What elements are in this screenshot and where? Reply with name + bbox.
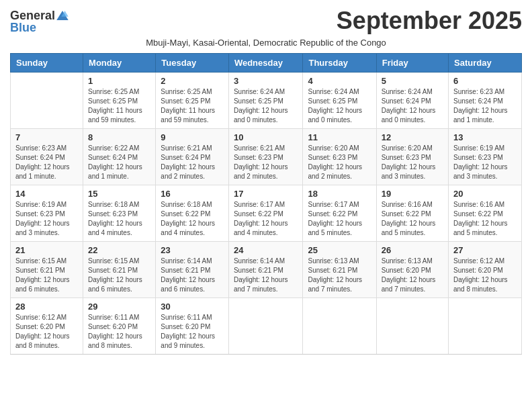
calendar-cell: 26Sunrise: 6:13 AM Sunset: 6:20 PM Dayli…	[376, 242, 448, 298]
day-info: Sunrise: 6:19 AM Sunset: 6:23 PM Dayligh…	[453, 144, 517, 181]
day-number: 1	[88, 76, 150, 86]
day-info: Sunrise: 6:16 AM Sunset: 6:22 PM Dayligh…	[453, 200, 517, 238]
col-header-thursday: Thursday	[303, 54, 376, 73]
day-number: 2	[161, 76, 224, 86]
day-info: Sunrise: 6:23 AM Sunset: 6:24 PM Dayligh…	[15, 144, 78, 181]
day-number: 19	[382, 189, 443, 199]
calendar-cell: 25Sunrise: 6:13 AM Sunset: 6:21 PM Dayli…	[303, 242, 376, 298]
calendar-cell: 6Sunrise: 6:23 AM Sunset: 6:24 PM Daylig…	[449, 73, 522, 129]
calendar-cell: 10Sunrise: 6:21 AM Sunset: 6:23 PM Dayli…	[228, 129, 303, 185]
day-number: 14	[15, 189, 78, 199]
col-header-monday: Monday	[83, 54, 156, 73]
calendar-cell: 23Sunrise: 6:14 AM Sunset: 6:21 PM Dayli…	[156, 242, 229, 298]
calendar-cell: 5Sunrise: 6:24 AM Sunset: 6:24 PM Daylig…	[376, 73, 448, 129]
day-number: 23	[161, 245, 224, 255]
day-info: Sunrise: 6:17 AM Sunset: 6:22 PM Dayligh…	[234, 200, 298, 238]
calendar-cell: 13Sunrise: 6:19 AM Sunset: 6:23 PM Dayli…	[449, 129, 522, 185]
col-header-saturday: Saturday	[449, 54, 522, 73]
calendar-cell: 9Sunrise: 6:21 AM Sunset: 6:24 PM Daylig…	[156, 129, 229, 185]
day-number: 12	[382, 132, 443, 142]
calendar-cell	[228, 298, 303, 355]
day-number: 22	[88, 245, 150, 255]
day-number: 17	[234, 189, 298, 199]
day-info: Sunrise: 6:13 AM Sunset: 6:20 PM Dayligh…	[382, 257, 443, 294]
week-row-2: 14Sunrise: 6:19 AM Sunset: 6:23 PM Dayli…	[11, 185, 522, 242]
day-info: Sunrise: 6:14 AM Sunset: 6:21 PM Dayligh…	[161, 257, 224, 294]
header-area: General Blue September 2025	[10, 7, 522, 35]
day-number: 26	[382, 245, 443, 255]
calendar-cell: 21Sunrise: 6:15 AM Sunset: 6:21 PM Dayli…	[11, 242, 83, 298]
day-number: 11	[308, 132, 371, 142]
day-number: 8	[88, 132, 150, 142]
day-info: Sunrise: 6:22 AM Sunset: 6:24 PM Dayligh…	[88, 144, 150, 181]
day-info: Sunrise: 6:16 AM Sunset: 6:22 PM Dayligh…	[382, 200, 443, 238]
day-number: 4	[308, 76, 371, 86]
calendar-cell: 20Sunrise: 6:16 AM Sunset: 6:22 PM Dayli…	[449, 185, 522, 242]
week-row-0: 1Sunrise: 6:25 AM Sunset: 6:25 PM Daylig…	[11, 73, 522, 129]
calendar-cell	[449, 298, 522, 355]
calendar-cell: 29Sunrise: 6:11 AM Sunset: 6:20 PM Dayli…	[83, 298, 156, 355]
calendar-cell	[376, 298, 448, 355]
calendar-cell: 15Sunrise: 6:18 AM Sunset: 6:23 PM Dayli…	[83, 185, 156, 242]
day-info: Sunrise: 6:19 AM Sunset: 6:23 PM Dayligh…	[15, 200, 78, 238]
day-number: 15	[88, 189, 150, 199]
day-number: 16	[161, 189, 224, 199]
calendar-table: SundayMondayTuesdayWednesdayThursdayFrid…	[10, 53, 522, 355]
day-info: Sunrise: 6:18 AM Sunset: 6:23 PM Dayligh…	[88, 200, 150, 238]
day-number: 6	[453, 76, 517, 86]
day-number: 13	[453, 132, 517, 142]
calendar-cell: 3Sunrise: 6:24 AM Sunset: 6:25 PM Daylig…	[228, 73, 303, 129]
day-number: 29	[88, 302, 150, 312]
day-info: Sunrise: 6:11 AM Sunset: 6:20 PM Dayligh…	[161, 313, 224, 351]
day-info: Sunrise: 6:13 AM Sunset: 6:21 PM Dayligh…	[308, 257, 371, 294]
day-info: Sunrise: 6:12 AM Sunset: 6:20 PM Dayligh…	[453, 257, 517, 294]
logo-general: General	[10, 9, 55, 21]
logo: General Blue	[10, 9, 69, 34]
day-info: Sunrise: 6:25 AM Sunset: 6:25 PM Dayligh…	[161, 87, 224, 125]
day-number: 28	[15, 302, 78, 312]
calendar-cell: 1Sunrise: 6:25 AM Sunset: 6:25 PM Daylig…	[83, 73, 156, 129]
month-title: September 2025	[337, 7, 522, 35]
col-header-tuesday: Tuesday	[156, 54, 229, 73]
calendar-cell: 19Sunrise: 6:16 AM Sunset: 6:22 PM Dayli…	[376, 185, 448, 242]
day-number: 3	[234, 76, 298, 86]
day-number: 27	[453, 245, 517, 255]
calendar-cell: 8Sunrise: 6:22 AM Sunset: 6:24 PM Daylig…	[83, 129, 156, 185]
day-info: Sunrise: 6:12 AM Sunset: 6:20 PM Dayligh…	[15, 313, 78, 351]
calendar-cell: 16Sunrise: 6:18 AM Sunset: 6:22 PM Dayli…	[156, 185, 229, 242]
col-header-friday: Friday	[376, 54, 448, 73]
week-row-4: 28Sunrise: 6:12 AM Sunset: 6:20 PM Dayli…	[11, 298, 522, 355]
day-info: Sunrise: 6:11 AM Sunset: 6:20 PM Dayligh…	[88, 313, 150, 351]
day-info: Sunrise: 6:21 AM Sunset: 6:24 PM Dayligh…	[161, 144, 224, 181]
col-header-sunday: Sunday	[11, 54, 83, 73]
header-row: SundayMondayTuesdayWednesdayThursdayFrid…	[11, 54, 522, 73]
day-number: 30	[161, 302, 224, 312]
day-info: Sunrise: 6:24 AM Sunset: 6:24 PM Dayligh…	[382, 87, 443, 125]
logo-icon	[56, 11, 69, 20]
calendar-cell: 11Sunrise: 6:20 AM Sunset: 6:23 PM Dayli…	[303, 129, 376, 185]
subtitle: Mbuji-Mayi, Kasai-Oriental, Democratic R…	[10, 38, 522, 48]
day-number: 25	[308, 245, 371, 255]
day-number: 5	[382, 76, 443, 86]
calendar-cell	[11, 73, 83, 129]
calendar-cell: 28Sunrise: 6:12 AM Sunset: 6:20 PM Dayli…	[11, 298, 83, 355]
calendar-cell: 30Sunrise: 6:11 AM Sunset: 6:20 PM Dayli…	[156, 298, 229, 355]
day-number: 20	[453, 189, 517, 199]
col-header-wednesday: Wednesday	[228, 54, 303, 73]
day-number: 18	[308, 189, 371, 199]
day-info: Sunrise: 6:25 AM Sunset: 6:25 PM Dayligh…	[88, 87, 150, 125]
day-info: Sunrise: 6:20 AM Sunset: 6:23 PM Dayligh…	[382, 144, 443, 181]
calendar-cell: 14Sunrise: 6:19 AM Sunset: 6:23 PM Dayli…	[11, 185, 83, 242]
day-info: Sunrise: 6:15 AM Sunset: 6:21 PM Dayligh…	[88, 257, 150, 294]
day-info: Sunrise: 6:24 AM Sunset: 6:25 PM Dayligh…	[308, 87, 371, 125]
calendar-cell: 4Sunrise: 6:24 AM Sunset: 6:25 PM Daylig…	[303, 73, 376, 129]
calendar-cell: 17Sunrise: 6:17 AM Sunset: 6:22 PM Dayli…	[228, 185, 303, 242]
day-number: 7	[15, 132, 78, 142]
day-number: 9	[161, 132, 224, 142]
calendar-cell: 12Sunrise: 6:20 AM Sunset: 6:23 PM Dayli…	[376, 129, 448, 185]
calendar-cell: 27Sunrise: 6:12 AM Sunset: 6:20 PM Dayli…	[449, 242, 522, 298]
day-info: Sunrise: 6:21 AM Sunset: 6:23 PM Dayligh…	[234, 144, 298, 181]
day-info: Sunrise: 6:15 AM Sunset: 6:21 PM Dayligh…	[15, 257, 78, 294]
day-info: Sunrise: 6:20 AM Sunset: 6:23 PM Dayligh…	[308, 144, 371, 181]
day-info: Sunrise: 6:18 AM Sunset: 6:22 PM Dayligh…	[161, 200, 224, 238]
